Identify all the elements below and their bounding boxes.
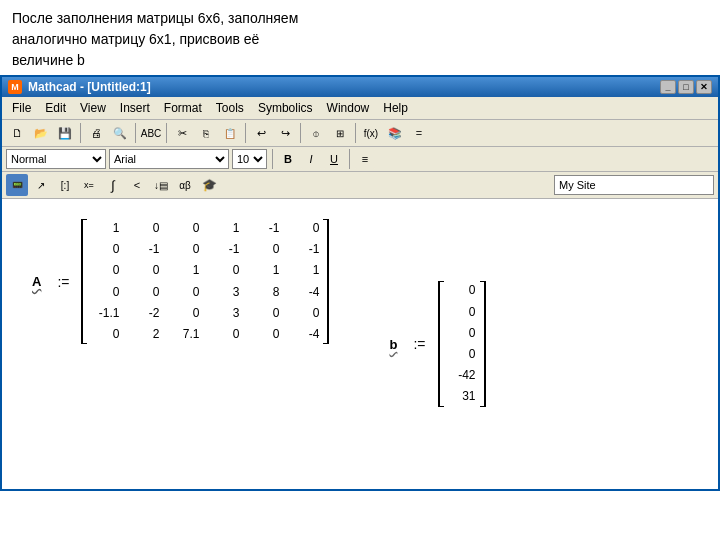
top-description: После заполнения матрицы 6х6, заполняем … [0,0,720,75]
table-row: 0 [251,240,279,259]
insert-text-button[interactable]: ⊞ [329,122,351,144]
table-row: 0 [171,240,199,259]
print-button[interactable]: 🖨 [85,122,107,144]
my-site-box[interactable]: My Site [554,175,714,195]
table-row: -1 [131,240,159,259]
left-paren-a [81,219,87,344]
table-row: 0 [448,345,476,364]
table-row: 0 [211,261,239,280]
separator-5 [300,123,301,143]
separator-8 [349,149,350,169]
table-row: 0 [448,281,476,300]
format-toolbar: Normal Arial 10 B I U ≡ [2,147,718,172]
style-dropdown[interactable]: Normal [6,149,106,169]
menu-help[interactable]: Help [377,99,414,117]
underline-button[interactable]: U [324,149,344,169]
table-row: -2 [131,304,159,323]
equals-button[interactable]: = [408,122,430,144]
cut-button[interactable]: ✂ [171,122,193,144]
calculator-button[interactable]: 📟 [6,174,28,196]
save-button[interactable]: 💾 [54,122,76,144]
xeq-button[interactable]: x= [78,174,100,196]
matrix-b-container: b := 0 0 0 0 -42 31 [389,281,485,406]
table-row: 0 [448,324,476,343]
menu-view[interactable]: View [74,99,112,117]
right-paren-a [323,219,329,344]
italic-button[interactable]: I [301,149,321,169]
table-row: 0 [91,240,119,259]
preview-button[interactable]: 🔍 [109,122,131,144]
table-row: 0 [91,283,119,302]
table-row: 0 [448,303,476,322]
matrix-a-cells: 1 0 0 1 -1 0 0 -1 0 -1 0 -1 0 0 1 [91,219,319,344]
table-row: 0 [211,325,239,344]
menu-file[interactable]: File [6,99,37,117]
font-dropdown[interactable]: Arial [109,149,229,169]
table-row: 0 [251,325,279,344]
copy-button[interactable]: ⎘ [195,122,217,144]
table-row: 3 [211,283,239,302]
menu-format[interactable]: Format [158,99,208,117]
table-row: 1 [291,261,319,280]
table-row: 0 [91,325,119,344]
undo-button[interactable]: ↩ [250,122,272,144]
left-paren-b [438,281,444,406]
matrix-b-bracket: 0 0 0 0 -42 31 [438,281,486,406]
down-button[interactable]: ↓▤ [150,174,172,196]
menu-insert[interactable]: Insert [114,99,156,117]
window-controls: _ □ ✕ [660,80,712,94]
mathcad-icon: M [8,80,22,94]
greek-button[interactable]: αβ [174,174,196,196]
table-row: -1.1 [91,304,119,323]
close-button[interactable]: ✕ [696,80,712,94]
table-row: -4 [291,325,319,344]
table-row: 0 [291,304,319,323]
table-row: 0 [171,304,199,323]
integral-button[interactable]: ∫ [102,174,124,196]
table-row: 1 [171,261,199,280]
resources-button[interactable]: 📚 [384,122,406,144]
grad-button[interactable]: 🎓 [198,174,220,196]
table-row: 7.1 [171,325,199,344]
matrix-button[interactable]: [:] [54,174,76,196]
mathcad-window: M Mathcad - [Untitled:1] _ □ ✕ File Edit… [0,75,720,491]
right-paren-b [480,281,486,406]
size-dropdown[interactable]: 10 [232,149,267,169]
table-row: 0 [131,219,159,238]
menu-bar: File Edit View Insert Format Tools Symbo… [2,97,718,120]
separator-6 [355,123,356,143]
separator-2 [135,123,136,143]
main-content: A := 1 0 0 1 -1 0 0 -1 0 -1 0 [2,199,718,489]
function-button[interactable]: f(x) [360,122,382,144]
open-button[interactable]: 📂 [30,122,52,144]
table-row: 8 [251,283,279,302]
new-button[interactable]: 🗋 [6,122,28,144]
menu-tools[interactable]: Tools [210,99,250,117]
table-row: -1 [291,240,319,259]
table-row: 0 [251,304,279,323]
bold-button[interactable]: B [278,149,298,169]
paste-button[interactable]: 📋 [219,122,241,144]
title-bar: M Mathcad - [Untitled:1] _ □ ✕ [2,77,718,97]
maximize-button[interactable]: □ [678,80,694,94]
minimize-button[interactable]: _ [660,80,676,94]
redo-button[interactable]: ↪ [274,122,296,144]
menu-symbolics[interactable]: Symbolics [252,99,319,117]
spell-button[interactable]: ABC [140,122,162,144]
less-button[interactable]: < [126,174,148,196]
graph-button[interactable]: ↗ [30,174,52,196]
table-row: 0 [291,219,319,238]
matrix-b-assign: := [413,336,425,352]
align-left-button[interactable]: ≡ [355,149,375,169]
matrix-a-label: A [32,274,41,289]
separator-7 [272,149,273,169]
matrix-b-cells: 0 0 0 0 -42 31 [448,281,476,406]
menu-edit[interactable]: Edit [39,99,72,117]
table-row: -1 [211,240,239,259]
insert-math-button[interactable]: ⌽ [305,122,327,144]
table-row: 0 [171,219,199,238]
menu-window[interactable]: Window [321,99,376,117]
table-row: 0 [91,261,119,280]
table-row: 1 [251,261,279,280]
matrix-a-bracket: 1 0 0 1 -1 0 0 -1 0 -1 0 -1 0 0 1 [81,219,329,344]
